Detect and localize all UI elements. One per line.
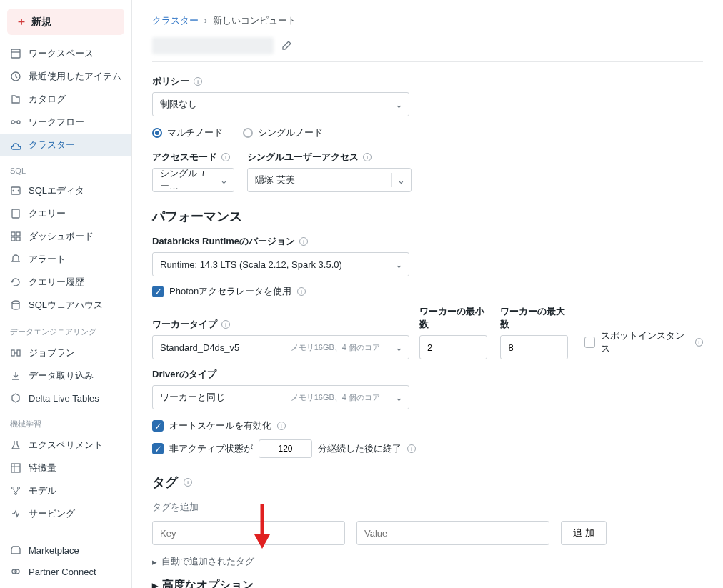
sidebar-item-label: 特徴量 (29, 462, 56, 474)
sidebar-item-sqleditor[interactable]: SQLエディタ (0, 179, 131, 202)
sidebar-item-workspace[interactable]: ワークスペース (0, 42, 131, 65)
sidebar-item-model[interactable]: モデル (0, 479, 131, 502)
max-workers-input[interactable] (500, 335, 568, 359)
chevron-right-icon: ▸ (152, 557, 157, 567)
radio-single-node[interactable]: シングルノード (243, 126, 323, 139)
info-icon[interactable]: i (299, 237, 308, 246)
access-mode-value: シングルユー… (160, 167, 211, 193)
info-icon[interactable]: i (297, 287, 306, 296)
warehouse-icon (10, 299, 21, 311)
runtime-value: Runtime: 14.3 LTS (Scala 2.12, Spark 3.5… (160, 259, 342, 270)
sidebar-item-cluster[interactable]: クラスター (0, 134, 131, 156)
sidebar-item-serving[interactable]: サービング (0, 502, 131, 525)
edit-icon[interactable] (281, 40, 292, 51)
info-icon[interactable]: i (277, 422, 286, 430)
sidebar-item-workflow[interactable]: ワークフロー (0, 111, 131, 134)
cluster-icon (10, 139, 21, 151)
info-icon[interactable]: i (184, 478, 192, 487)
sidebar-item-label: カタログ (29, 93, 66, 106)
sidebar-item-label: Delta Live Tables (29, 393, 99, 404)
sidebar-item-label: エクスペリメント (29, 439, 103, 452)
advanced-options-expand[interactable]: ▸ 高度なオプション (152, 578, 703, 588)
svg-rect-13 (11, 350, 14, 356)
single-user-select[interactable]: 隠塚 芙美 ⌄ (247, 168, 412, 192)
sidebar-item-jobrun[interactable]: ジョブラン (0, 342, 131, 364)
sidebar-item-label: ワークスペース (29, 47, 94, 60)
worker-type-value: Standard_D4ds_v5 (160, 342, 239, 353)
sidebar-item-query[interactable]: クエリー (0, 202, 131, 225)
sidebar-item-ingest[interactable]: データ取り込み (0, 364, 131, 387)
radio-icon (243, 128, 253, 138)
chevron-down-icon: ⌄ (391, 173, 405, 187)
sidebar-item-alert[interactable]: アラート (0, 248, 131, 271)
sidebar-item-label: 最近使用したアイテム (29, 70, 121, 83)
sidebar-item-catalog[interactable]: カタログ (0, 88, 131, 111)
spot-checkbox[interactable] (584, 337, 595, 348)
feature-icon (10, 462, 21, 474)
chevron-down-icon: ⌄ (214, 173, 228, 187)
info-icon[interactable]: i (221, 153, 230, 161)
svg-rect-8 (11, 232, 15, 236)
inactive-checkbox[interactable]: ✓ (152, 443, 164, 454)
sidebar-item-label: Partner Connect (29, 567, 96, 577)
info-icon[interactable]: i (695, 338, 704, 347)
svg-rect-11 (16, 237, 20, 241)
sidebar-item-label: SQLウェアハウス (29, 299, 103, 312)
experiment-icon (10, 439, 21, 451)
sidebar-item-feature[interactable]: 特徴量 (0, 457, 131, 479)
worker-type-select[interactable]: Standard_D4ds_v5 メモリ16GB、4 個のコア ⌄ (152, 335, 409, 359)
workflow-icon (10, 116, 21, 128)
advanced-label: 高度なオプション (162, 578, 254, 588)
tag-value-input[interactable] (356, 521, 549, 545)
tag-key-input[interactable] (152, 521, 345, 545)
new-button[interactable]: ＋ 新規 (7, 9, 124, 35)
svg-point-4 (17, 121, 20, 124)
min-workers-input[interactable] (419, 335, 487, 359)
sidebar-item-sqlwarehouse[interactable]: SQLウェアハウス (0, 294, 131, 317)
auto-tags-expand[interactable]: ▸ 自動で追加されたタグ (152, 555, 703, 568)
driver-type-value: ワーカーと同じ (160, 391, 225, 404)
sidebar-item-label: サービング (29, 507, 75, 520)
dlt-icon (10, 392, 21, 404)
sidebar-item-partner[interactable]: Partner Connect (0, 561, 131, 582)
driver-type-select[interactable]: ワーカーと同じ メモリ16GB、4 個のコア ⌄ (152, 385, 409, 409)
photon-checkbox[interactable]: ✓ (152, 286, 164, 297)
inactive-label-post: 分継続した後に終了 (318, 442, 402, 455)
breadcrumb-root[interactable]: クラスター (152, 15, 199, 26)
policy-select[interactable]: 制限なし ⌄ (152, 92, 409, 116)
sidebar-item-experiment[interactable]: エクスペリメント (0, 434, 131, 457)
sidebar-item-label: ジョブラン (29, 347, 75, 359)
autoscale-checkbox[interactable]: ✓ (152, 420, 164, 432)
sidebar-item-label: クエリー履歴 (29, 276, 84, 289)
dashboard-icon (10, 231, 21, 242)
svg-point-23 (15, 569, 19, 574)
alert-icon (10, 254, 21, 265)
svg-rect-0 (11, 49, 20, 58)
sidebar-item-label: モデル (29, 484, 56, 497)
info-icon[interactable]: i (194, 77, 202, 86)
tag-add-button[interactable]: 追 加 (561, 521, 607, 545)
history-icon (10, 276, 21, 288)
sidebar-item-label: アラート (29, 253, 66, 266)
partner-icon (10, 566, 21, 577)
chevron-right-icon: ▸ (152, 579, 158, 588)
sidebar-item-label: ダッシュボード (29, 230, 94, 243)
sidebar-item-dashboard[interactable]: ダッシュボード (0, 225, 131, 248)
sidebar-item-dlt[interactable]: Delta Live Tables (0, 387, 131, 409)
runtime-select[interactable]: Runtime: 14.3 LTS (Scala 2.12, Spark 3.5… (152, 252, 409, 276)
sidebar-item-queryhistory[interactable]: クエリー履歴 (0, 271, 131, 294)
spot-label: スポットインスタンス (601, 329, 689, 355)
info-icon[interactable]: i (221, 320, 230, 329)
photon-label: Photonアクセラレータを使用 (169, 285, 291, 298)
sidebar-item-label: SQLエディタ (29, 184, 84, 197)
radio-multi-node[interactable]: マルチノード (152, 126, 223, 139)
access-mode-select[interactable]: シングルユー… ⌄ (152, 168, 234, 192)
inactive-minutes-input[interactable] (259, 439, 312, 458)
info-icon[interactable]: i (363, 153, 372, 161)
jobrun-icon (10, 347, 21, 359)
info-icon[interactable]: i (407, 444, 416, 453)
sidebar-item-recent[interactable]: 最近使用したアイテム (0, 65, 131, 88)
svg-rect-16 (11, 464, 20, 472)
radio-icon (152, 128, 162, 138)
sidebar-item-marketplace[interactable]: Marketplace (0, 539, 131, 561)
